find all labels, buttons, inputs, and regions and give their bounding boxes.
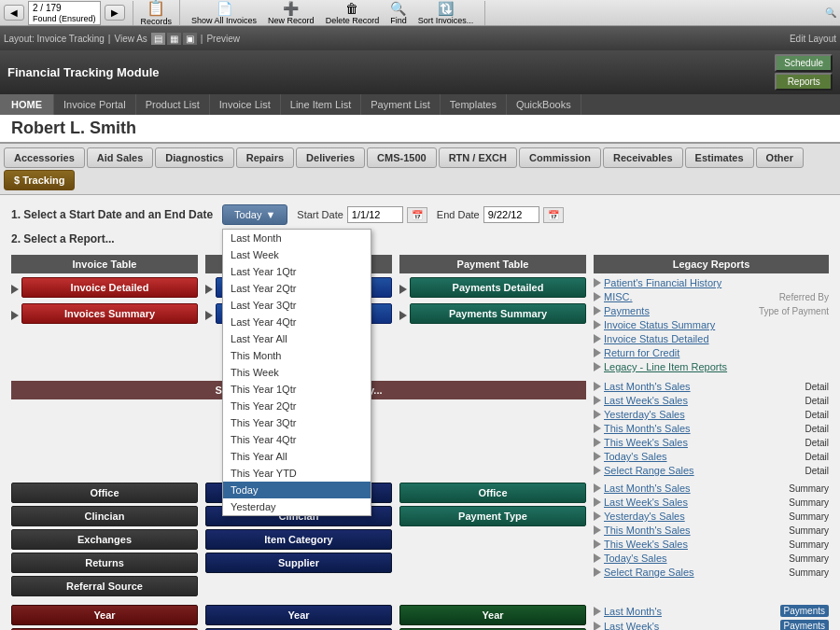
legacy-return-link[interactable]: Return for Credit <box>604 347 829 358</box>
btn-office-col1[interactable]: Office <box>11 483 198 503</box>
section2-label: 2. Select a Report... <box>11 232 829 245</box>
tab-line-item-list[interactable]: Line Item List <box>281 94 361 115</box>
forward-button[interactable]: ▶ <box>105 5 125 21</box>
end-date-input[interactable] <box>483 206 539 223</box>
show-all-invoices-button[interactable]: 📄 Show All Invoices <box>188 1 260 25</box>
dropdown-this-year-3qtr[interactable]: This Year 3Qtr <box>223 414 371 431</box>
btn-supplier-col2[interactable]: Supplier <box>205 553 392 573</box>
dropdown-this-year-2qtr[interactable]: This Year 2Qtr <box>223 398 371 414</box>
today-sales-summary-link[interactable]: Today's Sales <box>604 553 781 564</box>
btn-exchanges-col1[interactable]: Exchanges <box>11 529 198 550</box>
schedule-button[interactable]: Schedule <box>775 54 833 72</box>
this-month-sales-summary-link[interactable]: This Month's Sales <box>604 525 781 536</box>
invoices-summary-button[interactable]: Invoices Summary <box>21 303 198 324</box>
dropdown-this-year-1qtr[interactable]: This Year 1Qtr <box>223 381 371 398</box>
this-month-sales-detail-link[interactable]: This Month's Sales <box>604 423 798 434</box>
sort-invoices-button[interactable]: 🔃 Sort Invoices... <box>414 1 478 25</box>
dropdown-last-year-1qtr[interactable]: Last Year 1Qtr <box>223 263 371 280</box>
summary-col3-section: Office Payment Type <box>399 483 586 599</box>
this-week-sales-summary-link[interactable]: This Week's Sales <box>604 539 781 550</box>
tab-payment-list[interactable]: Payment List <box>361 94 441 115</box>
find-button[interactable]: 🔍 Find <box>386 1 411 25</box>
date-dropdown-button[interactable]: Today ▼ <box>222 204 287 225</box>
view-as-icon1[interactable]: ▤ <box>151 33 165 45</box>
cat-tab-diagnostics[interactable]: Diagnostics <box>155 147 233 168</box>
legacy-inv-status-sum-link[interactable]: Invoice Status Summary <box>604 319 829 330</box>
payments-detailed-button[interactable]: Payments Detailed <box>410 277 586 298</box>
dropdown-yesterday[interactable]: Yesterday <box>223 498 371 515</box>
tab-product-list[interactable]: Product List <box>136 94 210 115</box>
dropdown-last-month[interactable]: Last Month <box>223 230 371 246</box>
last-week-sales-summary-link[interactable]: Last Week's Sales <box>604 497 781 508</box>
start-date-input[interactable] <box>347 206 403 223</box>
cat-tab-accessories[interactable]: Accessories <box>4 147 85 168</box>
btn-returns-col1[interactable]: Returns <box>11 553 198 573</box>
cat-tab-rtn-exch[interactable]: RTN / EXCH <box>439 147 517 168</box>
cat-tab-deliveries[interactable]: Deliveries <box>296 147 365 168</box>
select-range-sales-summary-link[interactable]: Select Range Sales <box>604 567 781 578</box>
view-as-icon3[interactable]: ▣ <box>183 33 197 45</box>
tab-quickbooks[interactable]: QuickBooks <box>507 94 581 115</box>
delete-record-button[interactable]: 🗑 Delete Record <box>322 1 384 25</box>
select-range-sales-detail-link[interactable]: Select Range Sales <box>604 465 798 476</box>
cat-tab-commission[interactable]: Commission <box>519 147 601 168</box>
legacy-line-item-link[interactable]: Legacy - Line Item Reports <box>604 361 829 372</box>
dropdown-today[interactable]: Today <box>223 482 371 498</box>
dropdown-last-year-2qtr[interactable]: Last Year 2Qtr <box>223 280 371 297</box>
start-date-calendar-button[interactable]: 📅 <box>407 207 427 223</box>
this-week-sales-summary-badge: Summary <box>786 539 829 550</box>
reports-button[interactable]: Reports <box>775 73 833 91</box>
dropdown-this-year-4qtr[interactable]: This Year 4Qtr <box>223 431 371 448</box>
legacy-patient-link[interactable]: Patient's Financial History <box>604 277 829 288</box>
btn-office-col3[interactable]: Office <box>399 483 586 503</box>
back-button[interactable]: ◀ <box>4 5 24 21</box>
cat-tab-other[interactable]: Other <box>756 147 804 168</box>
this-week-sales-detail-link[interactable]: This Week's Sales <box>604 437 798 448</box>
dropdown-this-week[interactable]: This Week <box>223 364 371 381</box>
payment-last-month-link[interactable]: Last Month's <box>604 606 775 617</box>
new-record-button[interactable]: ➕ New Record <box>264 1 318 25</box>
btn-year-col2[interactable]: Year <box>205 605 392 625</box>
tab-home[interactable]: HOME <box>0 94 54 115</box>
cat-tab-tracking[interactable]: $ Tracking <box>4 170 75 190</box>
tab-invoice-portal[interactable]: Invoice Portal <box>54 94 136 115</box>
dropdown-last-year-all[interactable]: Last Year All <box>223 330 371 347</box>
btn-item-category-col2[interactable]: Item Category <box>205 529 392 550</box>
legacy-inv-status-det-link[interactable]: Invoice Status Detailed <box>604 333 829 344</box>
dropdown-last-week[interactable]: Last Week <box>223 246 371 263</box>
btn-year-col3[interactable]: Year <box>399 605 586 625</box>
btn-payment-type-col3[interactable]: Payment Type <box>399 506 586 526</box>
this-month-sales-summary: This Month's Sales Summary <box>594 525 829 536</box>
cat-tab-repairs[interactable]: Repairs <box>236 147 294 168</box>
invoice-detailed-button[interactable]: Invoice Detailed <box>21 277 198 298</box>
tab-invoice-list[interactable]: Invoice List <box>210 94 281 115</box>
records-button[interactable]: 📋 Records <box>141 0 173 26</box>
last-week-sales-detail-link[interactable]: Last Week's Sales <box>604 395 798 406</box>
payment-last-month-badge[interactable]: Payments <box>780 605 829 617</box>
yesterday-sales-summary-link[interactable]: Yesterday's Sales <box>604 511 781 522</box>
dropdown-last-year-4qtr[interactable]: Last Year 4Qtr <box>223 314 371 330</box>
legacy-misc-link[interactable]: MISC. <box>604 291 774 302</box>
last-month-sales-summary-link[interactable]: Last Month's Sales <box>604 483 781 494</box>
cat-tab-estimates[interactable]: Estimates <box>685 147 754 168</box>
cat-tab-cms1500[interactable]: CMS-1500 <box>367 147 437 168</box>
end-date-calendar-button[interactable]: 📅 <box>543 207 564 223</box>
btn-year-col1[interactable]: Year <box>11 605 198 625</box>
dropdown-this-year-all[interactable]: This Year All <box>223 448 371 465</box>
cat-tab-aid-sales[interactable]: Aid Sales <box>87 147 154 168</box>
btn-clinician-col1[interactable]: Clincian <box>11 506 198 526</box>
today-sales-detail-link[interactable]: Today's Sales <box>604 451 798 462</box>
dropdown-this-year-ytd[interactable]: This Year YTD <box>223 465 371 482</box>
payment-last-week-badge[interactable]: Payments <box>780 620 829 630</box>
last-month-sales-detail-link[interactable]: Last Month's Sales <box>604 381 798 392</box>
tab-templates[interactable]: Templates <box>441 94 507 115</box>
dropdown-this-month[interactable]: This Month <box>223 347 371 364</box>
btn-referral-col1[interactable]: Referral Source <box>11 576 198 596</box>
payments-summary-button[interactable]: Payments Summary <box>410 303 586 324</box>
yesterday-sales-detail-link[interactable]: Yesterday's Sales <box>604 409 798 420</box>
legacy-payments-link[interactable]: Payments <box>604 305 753 316</box>
view-as-icon2[interactable]: ▦ <box>167 33 181 45</box>
dropdown-last-year-3qtr[interactable]: Last Year 3Qtr <box>223 297 371 314</box>
payment-last-week-link[interactable]: Last Week's <box>604 621 775 631</box>
cat-tab-receivables[interactable]: Receivables <box>603 147 683 168</box>
